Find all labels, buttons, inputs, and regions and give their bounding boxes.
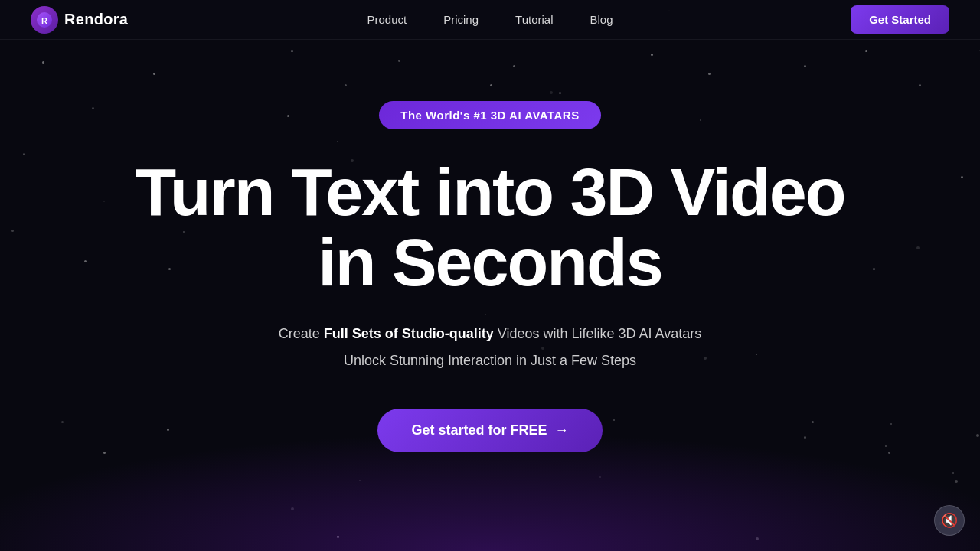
mute-icon: 🔇 <box>941 512 958 529</box>
hero-subtitle-suffix: Videos with Lifelike 3D AI Avatars <box>494 326 702 341</box>
hero-title-line1: Turn Text into 3D Video <box>136 154 845 230</box>
star <box>756 537 759 540</box>
nav-link-product[interactable]: Product <box>367 13 407 26</box>
hero-subtitle: Create Full Sets of Studio-quality Video… <box>279 323 702 345</box>
arrow-icon: → <box>555 422 569 439</box>
hero-title: Turn Text into 3D Video in Seconds <box>136 157 845 298</box>
star <box>291 507 294 510</box>
nav-get-started-button[interactable]: Get Started <box>851 5 949 34</box>
hero-cta-label: Get started for FREE <box>411 422 547 439</box>
nav-link-tutorial[interactable]: Tutorial <box>515 13 553 26</box>
hero-subtitle-bold: Full Sets of Studio-quality <box>324 326 494 341</box>
star <box>337 536 339 538</box>
star <box>955 480 958 483</box>
hero-title-line2: in Seconds <box>318 224 662 300</box>
svg-text:R: R <box>41 15 47 24</box>
logo-icon: R <box>31 6 58 34</box>
hero-section: The World's #1 3D AI AVATARS Turn Text i… <box>0 40 980 452</box>
nav-links: Product Pricing Tutorial Blog <box>367 13 612 26</box>
logo-group: R Rendora <box>31 6 128 34</box>
star <box>952 472 954 474</box>
nav-link-pricing[interactable]: Pricing <box>443 13 479 26</box>
star <box>359 480 361 481</box>
hero-subtitle-prefix: Create <box>279 326 324 341</box>
navbar: R Rendora Product Pricing Tutorial Blog … <box>0 0 980 40</box>
star <box>599 476 601 478</box>
hero-cta-button[interactable]: Get started for FREE → <box>377 409 602 452</box>
hero-subtitle-2: Unlock Stunning Interaction in Just a Fe… <box>344 353 636 369</box>
hero-badge: The World's #1 3D AI AVATARS <box>379 101 600 129</box>
nav-link-blog[interactable]: Blog <box>590 13 613 26</box>
logo-text: Rendora <box>64 11 128 28</box>
mute-button[interactable]: 🔇 <box>934 505 965 536</box>
